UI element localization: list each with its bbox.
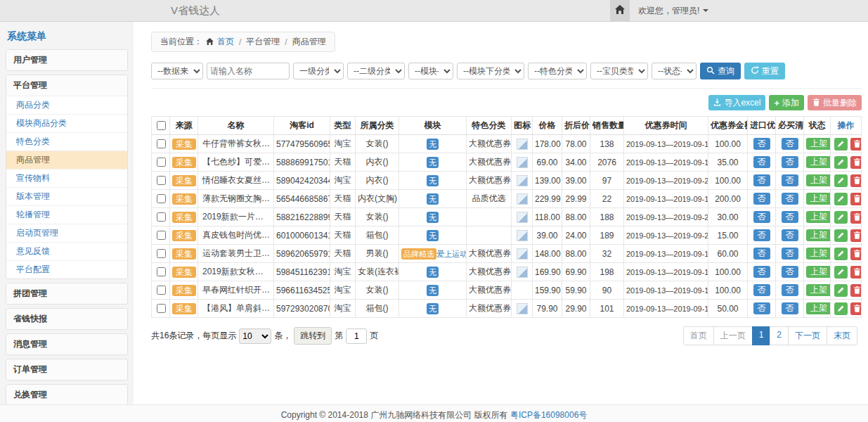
page-size-select[interactable]: 10: [239, 328, 271, 344]
add-button[interactable]: + 添加: [769, 95, 804, 110]
filter-name-input[interactable]: [207, 63, 290, 79]
status-toggle[interactable]: 上架: [806, 229, 831, 241]
must-buy-toggle[interactable]: 否: [782, 248, 798, 260]
pager-item-3[interactable]: 2: [770, 326, 789, 345]
sidebar-item-1-0[interactable]: 商品分类: [6, 96, 127, 114]
edit-button[interactable]: [834, 302, 848, 315]
row-checkbox[interactable]: [157, 212, 166, 222]
search-button[interactable]: 查询: [700, 63, 741, 79]
edit-button[interactable]: [834, 138, 848, 151]
sidebar-item-1-4[interactable]: 宣传物料: [6, 169, 127, 187]
sidebar-item-1-6[interactable]: 轮播管理: [6, 205, 127, 224]
delete-button[interactable]: [850, 266, 862, 279]
sidebar-group-header-1[interactable]: 平台管理: [6, 75, 127, 96]
row-checkbox[interactable]: [157, 231, 166, 240]
pager-item-4[interactable]: 下一页: [788, 326, 827, 345]
must-buy-toggle[interactable]: 否: [782, 284, 798, 296]
filter-item-type-select[interactable]: --宝贝类型--: [590, 63, 648, 79]
must-buy-toggle[interactable]: 否: [782, 174, 798, 186]
breadcrumb-home-link[interactable]: 首页: [217, 36, 234, 48]
status-toggle[interactable]: 上架: [806, 284, 831, 296]
jump-page-input[interactable]: [346, 328, 367, 344]
filter-second-category-select[interactable]: --二级分类--: [347, 63, 405, 79]
edit-button[interactable]: [834, 211, 848, 224]
row-checkbox[interactable]: [157, 249, 166, 258]
sidebar-item-1-5[interactable]: 版本管理: [6, 187, 127, 205]
delete-button[interactable]: [850, 248, 862, 260]
status-toggle[interactable]: 上架: [806, 174, 831, 186]
status-toggle[interactable]: 上架: [806, 138, 831, 150]
filter-first-category-select[interactable]: 一级分类: [293, 63, 344, 79]
delete-button[interactable]: [850, 156, 862, 169]
status-toggle[interactable]: 上架: [806, 193, 831, 205]
sidebar-item-1-3[interactable]: 商品管理: [6, 151, 127, 169]
must-buy-toggle[interactable]: 否: [782, 193, 798, 205]
pager-item-1[interactable]: 上一页: [713, 326, 753, 345]
sidebar-group-header-3[interactable]: 省钱快报: [6, 309, 127, 329]
import-select-toggle[interactable]: 否: [753, 211, 770, 223]
filter-status-select[interactable]: --状态--: [652, 63, 697, 79]
delete-button[interactable]: [850, 193, 862, 205]
jump-button[interactable]: 跳转到: [294, 327, 332, 345]
sidebar-item-1-7[interactable]: 启动页管理: [6, 224, 127, 242]
sidebar-item-1-9[interactable]: 平台配置: [6, 260, 127, 279]
must-buy-toggle[interactable]: 否: [782, 211, 798, 223]
sidebar-group-header-2[interactable]: 拼团管理: [6, 283, 127, 304]
sidebar-item-1-8[interactable]: 意见反馈: [6, 242, 127, 260]
status-toggle[interactable]: 上架: [806, 211, 831, 223]
import-select-toggle[interactable]: 否: [753, 248, 770, 260]
edit-button[interactable]: [834, 266, 848, 279]
import-select-toggle[interactable]: 否: [753, 156, 770, 168]
row-checkbox[interactable]: [157, 158, 166, 167]
filter-feature-category-select[interactable]: --特色分类--: [528, 63, 587, 79]
pager-item-2[interactable]: 1: [752, 326, 771, 345]
sidebar-group-header-0[interactable]: 用户管理: [6, 50, 127, 70]
delete-button[interactable]: [850, 229, 862, 242]
sidebar-item-1-1[interactable]: 模块商品分类: [6, 114, 127, 132]
icp-link[interactable]: 粤ICP备16098006号: [510, 410, 587, 420]
row-checkbox[interactable]: [157, 194, 166, 203]
edit-button[interactable]: [834, 193, 848, 205]
sidebar-item-1-2[interactable]: 特色分类: [6, 132, 127, 151]
import-select-toggle[interactable]: 否: [753, 229, 770, 241]
reset-button[interactable]: 重置: [744, 63, 785, 79]
pager-item-5[interactable]: 末页: [827, 326, 857, 345]
must-buy-toggle[interactable]: 否: [782, 266, 798, 278]
select-all-checkbox[interactable]: [157, 121, 166, 130]
delete-button[interactable]: [850, 284, 862, 297]
import-select-toggle[interactable]: 否: [753, 138, 770, 150]
status-toggle[interactable]: 上架: [806, 248, 831, 260]
sidebar-group-header-4[interactable]: 消息管理: [6, 334, 127, 354]
edit-button[interactable]: [834, 284, 848, 297]
filter-module-select[interactable]: --模块--: [408, 63, 453, 79]
delete-button[interactable]: [850, 211, 862, 224]
filter-module-sub-category-select[interactable]: --模块下分类--: [457, 63, 524, 79]
pager-item-0[interactable]: 首页: [683, 326, 714, 345]
status-toggle[interactable]: 上架: [806, 266, 831, 278]
import-select-toggle[interactable]: 否: [753, 174, 770, 186]
row-checkbox[interactable]: [157, 304, 166, 313]
module-link[interactable]: 爱上运动: [436, 250, 467, 258]
import-select-toggle[interactable]: 否: [753, 284, 770, 296]
status-toggle[interactable]: 上架: [806, 302, 831, 314]
status-toggle[interactable]: 上架: [806, 156, 831, 168]
edit-button[interactable]: [834, 248, 848, 260]
delete-button[interactable]: [850, 174, 862, 187]
must-buy-toggle[interactable]: 否: [782, 229, 798, 241]
import-select-toggle[interactable]: 否: [753, 302, 770, 314]
must-buy-toggle[interactable]: 否: [782, 138, 798, 150]
home-button[interactable]: [610, 0, 630, 21]
delete-button[interactable]: [850, 138, 862, 151]
edit-button[interactable]: [834, 174, 848, 187]
sidebar-group-header-5[interactable]: 订单管理: [6, 359, 127, 380]
filter-data-source-select[interactable]: --数据来源--: [151, 63, 203, 79]
delete-button[interactable]: [850, 302, 862, 315]
user-menu[interactable]: 欢迎您，管理员!: [638, 5, 708, 17]
sidebar-group-header-6[interactable]: 兑换管理: [6, 385, 127, 404]
row-checkbox[interactable]: [157, 139, 166, 148]
batch-delete-button[interactable]: 批量删除: [808, 95, 862, 110]
must-buy-toggle[interactable]: 否: [782, 302, 798, 314]
row-checkbox[interactable]: [157, 267, 166, 276]
import-excel-button[interactable]: 导入excel: [708, 95, 765, 110]
row-checkbox[interactable]: [157, 286, 166, 295]
